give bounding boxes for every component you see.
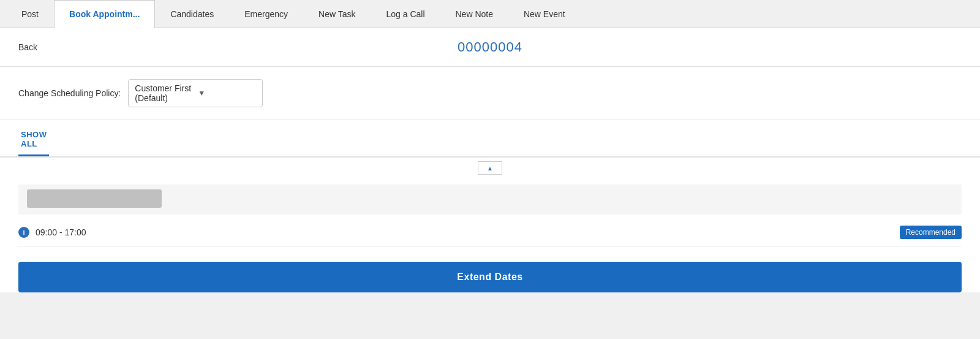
slot-header-bar: [27, 189, 162, 208]
tab-new-note[interactable]: New Note: [440, 0, 508, 28]
tab-emergency[interactable]: Emergency: [229, 0, 303, 28]
tab-book-appointment[interactable]: Book Appointm...: [54, 0, 155, 28]
tab-new-event[interactable]: New Event: [508, 0, 581, 28]
policy-selected-value: Customer First (Default): [135, 83, 193, 103]
policy-label: Change Scheduling Policy:: [18, 88, 121, 98]
scroll-up-button[interactable]: ▲: [478, 161, 502, 175]
sub-tab-show-all[interactable]: SHOWALL: [18, 126, 49, 156]
slot-section: i 09:00 - 17:00 Recommended: [0, 178, 980, 253]
tab-new-task[interactable]: New Task: [303, 0, 371, 28]
scroll-control: ▲: [0, 158, 980, 178]
tab-bar: Post Book Appointm... Candidates Emergen…: [0, 0, 980, 28]
policy-row: Change Scheduling Policy: Customer First…: [0, 67, 980, 120]
main-content: Back 00000004 Change Scheduling Policy: …: [0, 28, 980, 292]
chevron-down-icon: ▼: [198, 89, 256, 97]
header-row: Back 00000004: [0, 28, 980, 67]
info-icon[interactable]: i: [18, 227, 29, 238]
slot-time: 09:00 - 17:00: [36, 227, 86, 237]
chevron-up-icon: ▲: [487, 165, 493, 172]
back-link[interactable]: Back: [18, 42, 37, 52]
slot-time-wrap: i 09:00 - 17:00: [18, 227, 86, 238]
tab-post[interactable]: Post: [6, 0, 54, 28]
extend-dates-button[interactable]: Extend Dates: [18, 262, 962, 292]
sub-tabs-bar: SHOWALL: [0, 120, 980, 158]
record-id: 00000004: [458, 39, 522, 55]
tab-log-a-call[interactable]: Log a Call: [371, 0, 440, 28]
slot-item[interactable]: i 09:00 - 17:00 Recommended: [18, 218, 962, 247]
tab-candidates[interactable]: Candidates: [155, 0, 229, 28]
recommended-badge[interactable]: Recommended: [900, 226, 962, 239]
policy-select[interactable]: Customer First (Default) ▼: [128, 79, 263, 107]
slot-row-bg: [18, 185, 962, 215]
